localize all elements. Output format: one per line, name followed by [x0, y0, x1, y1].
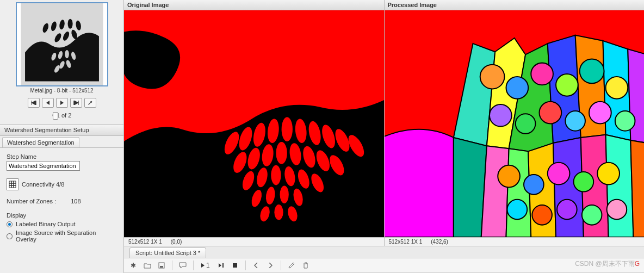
image-preview-area: Metal.jpg - 8-bit - 512x512 — [0, 0, 123, 124]
skip-back-icon — [31, 101, 36, 105]
original-image — [124, 10, 384, 237]
svg-point-55 — [274, 204, 283, 220]
last-button[interactable] — [70, 98, 82, 108]
prev-step-button[interactable] — [250, 260, 262, 271]
settings-button[interactable] — [84, 98, 96, 108]
radio-labeled-output[interactable]: Labeled Binary Output — [7, 221, 117, 227]
step-name-input[interactable] — [7, 161, 80, 171]
chevron-right-icon — [60, 101, 64, 105]
speech-bubble-icon — [179, 262, 187, 269]
nav-controls — [28, 98, 96, 108]
svg-point-79 — [597, 163, 620, 185]
slider-row: 1 of 2 — [52, 112, 72, 119]
step-name-label: Step Name — [7, 153, 117, 160]
svg-point-82 — [557, 200, 577, 220]
svg-rect-24 — [14, 185, 16, 188]
svg-rect-23 — [11, 185, 14, 188]
svg-point-46 — [271, 165, 281, 185]
sidebar: Metal.jpg - 8-bit - 512x512 — [0, 0, 124, 273]
svg-point-84 — [606, 200, 627, 220]
svg-point-60 — [164, 222, 167, 225]
svg-point-83 — [581, 205, 602, 225]
original-status: 512x512 1X 1 (0,0) — [124, 237, 384, 246]
stop-button[interactable] — [229, 260, 241, 271]
original-image-panel: Original Image — [124, 0, 384, 246]
form-body: Step Name Connectivity 4/8 Number of Zon… — [0, 148, 123, 248]
first-button[interactable] — [28, 98, 40, 108]
radio-labeled-text: Labeled Binary Output — [16, 221, 75, 227]
next-button[interactable] — [56, 98, 68, 108]
svg-rect-16 — [9, 181, 11, 183]
original-header: Original Image — [124, 0, 384, 10]
frame-slider[interactable] — [52, 114, 53, 116]
stop-icon — [233, 263, 237, 268]
svg-point-70 — [515, 114, 535, 134]
processed-image — [385, 10, 645, 237]
trash-icon — [303, 262, 308, 269]
svg-point-57 — [135, 207, 140, 212]
zones-label: Number of Zones : — [7, 198, 56, 204]
step-icon — [218, 263, 224, 268]
folder-icon — [144, 262, 151, 269]
original-canvas[interactable] — [124, 10, 384, 237]
run-label: 1 — [206, 262, 210, 269]
pager-label: 1 of 2 — [57, 112, 72, 119]
svg-point-69 — [489, 104, 511, 127]
svg-point-72 — [565, 111, 585, 131]
comment-button[interactable] — [177, 260, 189, 271]
edit-button[interactable] — [286, 260, 298, 271]
chevron-left-icon — [46, 101, 50, 105]
radio-overlay-output[interactable]: Image Source with Separation Overlay — [7, 229, 117, 243]
svg-point-77 — [547, 163, 569, 185]
svg-point-4 — [67, 19, 72, 29]
status-size: 512x512 1X 1 — [389, 239, 423, 245]
svg-point-66 — [556, 74, 578, 96]
svg-rect-20 — [11, 183, 14, 185]
radio-overlay-text: Image Source with Separation Overlay — [16, 229, 117, 243]
skip-forward-icon — [73, 101, 79, 105]
processed-image-panel: Processed Image — [384, 0, 645, 246]
connectivity-toggle[interactable] — [7, 178, 18, 190]
svg-point-76 — [524, 175, 544, 195]
grid-icon — [9, 181, 16, 188]
svg-point-67 — [579, 59, 604, 84]
svg-rect-22 — [9, 185, 11, 188]
thumbnail[interactable] — [16, 2, 108, 86]
chevron-left-icon — [254, 263, 258, 268]
tab-watershed[interactable]: Watershed Segmentation — [2, 137, 79, 147]
status-size: 512x512 1X 1 — [128, 239, 162, 245]
svg-point-65 — [531, 63, 553, 85]
next-step-button[interactable] — [264, 260, 276, 271]
tab-bar: Watershed Segmentation — [0, 136, 123, 148]
play-icon — [201, 263, 205, 268]
open-button[interactable] — [141, 260, 153, 271]
svg-point-71 — [539, 102, 561, 124]
svg-point-59 — [141, 224, 145, 228]
svg-rect-18 — [14, 181, 16, 183]
save-button[interactable] — [156, 260, 168, 271]
radio-icon — [7, 221, 13, 227]
script-tab[interactable]: Script: Untitled Script 3 * — [129, 247, 206, 258]
pencil-icon — [288, 262, 295, 269]
delete-button[interactable] — [300, 260, 312, 271]
processed-canvas[interactable] — [385, 10, 645, 237]
prev-button[interactable] — [42, 98, 54, 108]
processed-status: 512x512 1X 1 (432,6) — [385, 237, 645, 246]
save-icon — [158, 262, 165, 269]
thumbnail-caption: Metal.jpg - 8-bit - 512x512 — [30, 88, 93, 94]
svg-point-52 — [280, 185, 289, 203]
svg-rect-19 — [9, 183, 11, 185]
script-section: Script: Untitled Script 3 * ✱ 1 — [124, 246, 644, 273]
svg-point-63 — [480, 65, 504, 89]
svg-rect-21 — [14, 183, 16, 185]
chevron-right-icon — [268, 263, 273, 268]
new-button[interactable]: ✱ — [127, 260, 139, 271]
run-button[interactable]: 1 — [198, 260, 213, 271]
svg-point-73 — [589, 102, 611, 124]
svg-point-80 — [507, 200, 527, 220]
main-content: Original Image — [124, 0, 644, 273]
slider-thumb[interactable] — [53, 112, 58, 120]
step-button[interactable] — [215, 260, 227, 271]
script-toolbar: ✱ 1 — [124, 258, 644, 273]
svg-point-64 — [506, 77, 528, 99]
